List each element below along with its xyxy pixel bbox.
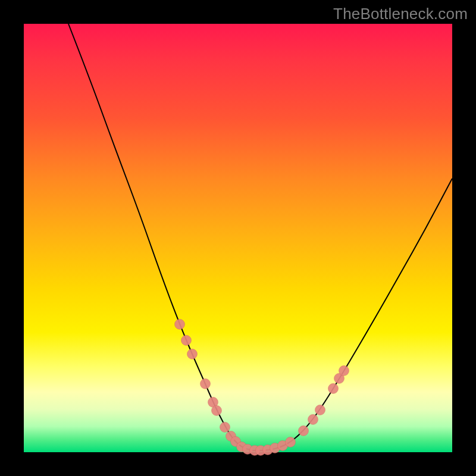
marker-right	[286, 437, 296, 447]
marker-right	[328, 384, 339, 394]
marker-left	[220, 422, 230, 433]
plot-area	[24, 24, 452, 452]
watermark-text: TheBottleneck.com	[333, 5, 468, 23]
marker-right	[339, 366, 349, 376]
marker-right	[308, 415, 318, 425]
right-curve	[253, 178, 452, 450]
curve-svg	[24, 24, 452, 452]
marker-left	[181, 336, 192, 346]
marker-left	[212, 406, 222, 416]
chart-frame: TheBottleneck.com	[0, 0, 476, 476]
marker-left	[201, 379, 211, 389]
left-curve	[68, 24, 253, 450]
marker-left	[187, 349, 198, 359]
marker-right	[299, 426, 309, 436]
marker-left	[175, 320, 185, 330]
marker-right	[315, 405, 325, 415]
